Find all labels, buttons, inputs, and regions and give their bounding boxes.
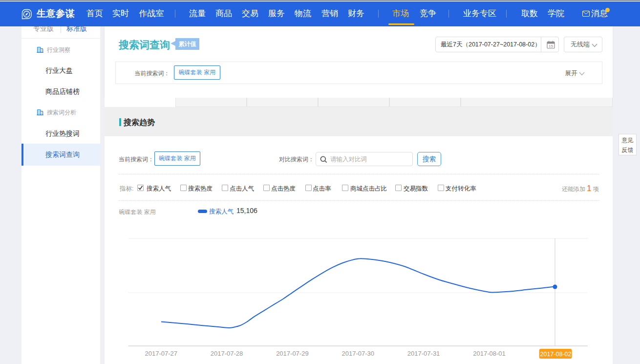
svg-text:2017-07-28: 2017-07-28 (211, 350, 243, 357)
svg-text:2017-07-27: 2017-07-27 (145, 350, 177, 357)
svg-text:2017-08-02: 2017-08-02 (540, 351, 572, 358)
svg-text:2017-07-29: 2017-07-29 (276, 350, 309, 357)
svg-text:2017-07-30: 2017-07-30 (342, 350, 375, 357)
svg-text:15: 15 (549, 44, 553, 48)
svg-text:2017-07-31: 2017-07-31 (407, 350, 440, 357)
svg-text:2017-08-01: 2017-08-01 (473, 350, 506, 357)
